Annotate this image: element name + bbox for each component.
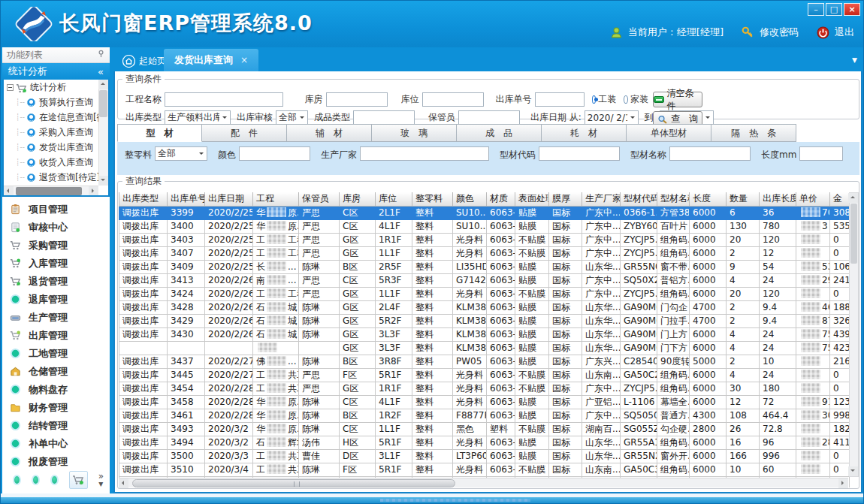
table-row[interactable]: 调拨出库34032020/2/25工工程严思G区1R1F整料光身料6063-T5… bbox=[119, 233, 850, 246]
table-row[interactable]: 调拨出库34932020/3/2华原...陈琳C区1L1F整料黑色塑料不贴膜国标… bbox=[119, 422, 850, 436]
sidebar-item-项目管理[interactable]: 项目管理 bbox=[2, 201, 110, 219]
column-header[interactable]: 出库类型 bbox=[119, 192, 168, 206]
location-input[interactable] bbox=[422, 92, 484, 107]
column-header[interactable]: 工程 bbox=[253, 192, 299, 206]
tree-item[interactable]: ┊--发货出库查询 bbox=[4, 140, 98, 155]
column-header[interactable]: 出库长度 bbox=[760, 192, 796, 206]
sidebar-item-审核中心[interactable]: 审核中心 bbox=[2, 219, 110, 237]
scroll-right-arrow[interactable] bbox=[838, 478, 848, 488]
close-button[interactable]: × bbox=[844, 3, 860, 16]
table-row[interactable]: 调拨出库34072020/2/25工工程严思G区1L1F整料光身料6063-T5… bbox=[119, 246, 850, 260]
column-header[interactable]: 出库单号 bbox=[168, 192, 205, 206]
material-tab-5[interactable]: 成 品 bbox=[457, 124, 542, 142]
material-tab-3[interactable]: 辅 材 bbox=[287, 124, 372, 142]
tree-item[interactable]: ┊--预算执行查询 bbox=[4, 95, 98, 110]
scroll-thumb[interactable] bbox=[99, 90, 107, 117]
table-row[interactable]: 调拨出库34612020/2/28华原...陈琳B区1R2F整料F8877FT6… bbox=[119, 409, 850, 422]
material-tab-2[interactable]: 配 件 bbox=[202, 124, 287, 142]
sidebar-item-退货管理[interactable]: 退货管理 bbox=[2, 273, 110, 291]
color-input[interactable] bbox=[239, 146, 310, 161]
column-header[interactable]: 单价 bbox=[796, 192, 830, 206]
scroll-left-arrow[interactable] bbox=[4, 186, 14, 196]
sidebar-group-header[interactable]: 统计分析 « bbox=[2, 63, 110, 80]
order-no-input[interactable] bbox=[535, 92, 585, 107]
dot-icon[interactable] bbox=[13, 475, 21, 485]
tab-shipping-outbound-query[interactable]: 发货出库查询 × bbox=[164, 49, 258, 71]
tree-item[interactable]: ┊--退货查询[待定] bbox=[4, 170, 98, 185]
table-row[interactable]: 调拨出库34292020/2/26石城陈琳G区5R2F整料KLM38176063… bbox=[119, 314, 850, 327]
tree-collapse-box[interactable] bbox=[7, 84, 14, 91]
whole-part-select[interactable]: 全部 bbox=[155, 146, 207, 161]
column-header[interactable]: 库房 bbox=[340, 192, 376, 206]
tab-close-icon[interactable]: × bbox=[240, 55, 248, 65]
warehouse-input[interactable] bbox=[326, 92, 388, 107]
scroll-right-arrow[interactable] bbox=[89, 186, 98, 196]
dot-icon[interactable] bbox=[50, 475, 59, 485]
sidebar-item-补单中心[interactable]: 补单中心 bbox=[2, 435, 110, 453]
table-row[interactable]: G区3L3F整料KLM38176063-T5贴膜国标山东华...GA90M09.… bbox=[119, 341, 850, 355]
scroll-down-arrow[interactable] bbox=[98, 176, 108, 186]
table-row[interactable]: 调拨出库35002020/3/3工共工程曹佳D区3L1F整料LT3P606063… bbox=[119, 449, 850, 463]
table-row[interactable]: 调拨出库34282020/2/26石城陈琳G区2L4F整料KLM38176063… bbox=[119, 300, 850, 314]
maximize-button[interactable]: □ bbox=[826, 3, 842, 16]
project-name-input[interactable] bbox=[165, 92, 283, 107]
sidebar-item-工地管理[interactable]: 工地管理 bbox=[2, 345, 110, 363]
tree-item[interactable]: ┊--收货入库查询 bbox=[4, 155, 98, 170]
material-tab-6[interactable]: 耗 材 bbox=[542, 124, 627, 142]
table-row[interactable]: 调拨出库34092020/2/25长...陈琳B区2R5F整料LI35HD606… bbox=[119, 260, 850, 273]
column-header[interactable]: 型材名称 bbox=[657, 192, 690, 206]
column-header[interactable]: 颜色 bbox=[453, 192, 487, 206]
table-row[interactable]: 调拨出库34942020/3/2石辉城汤伟H区5R1F整料光身料6063-T5贴… bbox=[119, 436, 850, 449]
change-password-link[interactable]: 修改密码 bbox=[760, 26, 799, 39]
material-tab-7[interactable]: 单体型材 bbox=[627, 124, 711, 142]
column-header[interactable]: 保管员 bbox=[299, 192, 340, 206]
sidebar-item-入库管理[interactable]: 入库管理 bbox=[2, 255, 110, 273]
column-header[interactable]: 生产厂家 bbox=[582, 192, 621, 206]
tab-overflow-icon[interactable]: ▼ bbox=[852, 56, 857, 64]
sidebar-item-生产管理[interactable]: 生产管理 bbox=[2, 309, 110, 327]
profile-name-input[interactable] bbox=[669, 146, 751, 161]
sidebar-item-物料盘存[interactable]: 物料盘存 bbox=[2, 381, 110, 399]
tree-item[interactable]: ┊--采购入库查询 bbox=[4, 125, 98, 140]
logout-link[interactable]: 退出 bbox=[835, 26, 854, 39]
product-type-input[interactable] bbox=[353, 110, 415, 125]
keeper-input[interactable] bbox=[458, 110, 520, 125]
scroll-down-arrow[interactable] bbox=[848, 466, 858, 476]
column-header[interactable]: 型材代码 bbox=[621, 192, 657, 206]
clear-conditions-button[interactable]: 清空条件 bbox=[653, 92, 702, 107]
table-row[interactable]: 调拨出库34542020/2/28工共工程严思G区1R1F整料光身料6063-T… bbox=[119, 382, 850, 395]
sidebar-item-仓储管理[interactable]: 仓储管理 bbox=[2, 363, 110, 381]
scroll-thumb[interactable] bbox=[850, 204, 857, 264]
table-horizontal-scrollbar[interactable] bbox=[119, 478, 848, 487]
date-from-picker[interactable]: 2020/ 2/16 bbox=[585, 110, 639, 125]
cart-shortcut-button[interactable] bbox=[69, 471, 88, 489]
scroll-up-arrow[interactable] bbox=[848, 193, 858, 203]
column-header[interactable]: 数量 bbox=[727, 192, 760, 206]
scroll-thumb[interactable] bbox=[16, 187, 82, 195]
table-row[interactable]: 调拨出库35102020/3/4工共工程陈琳F区5R1F整料光身料6063-T5… bbox=[119, 463, 850, 476]
manufacturer-input[interactable] bbox=[360, 146, 489, 161]
sidebar-item-出库管理[interactable]: 出库管理 bbox=[2, 327, 110, 345]
table-row[interactable]: 调拨出库34242020/2/26工工程严思G区1L1F整料光身料6063-T5… bbox=[119, 287, 850, 300]
profile-code-input[interactable] bbox=[539, 146, 620, 161]
material-tab-4[interactable]: 玻 璃 bbox=[372, 124, 457, 142]
tree-root-statistics[interactable]: 统计分析 bbox=[4, 80, 98, 95]
column-header[interactable]: 长度 bbox=[690, 192, 727, 206]
column-header[interactable]: 金 bbox=[830, 192, 850, 206]
table-vertical-scrollbar[interactable] bbox=[849, 192, 859, 477]
column-header[interactable]: 出库日期 bbox=[205, 192, 253, 206]
scroll-thumb[interactable] bbox=[132, 479, 455, 487]
radio-industrial[interactable] bbox=[592, 95, 597, 104]
scroll-up-arrow[interactable] bbox=[98, 80, 108, 89]
more-chevron[interactable]: »▾ bbox=[98, 472, 104, 487]
table-row[interactable]: 调拨出库33992020/2/25华原...严思C区2L1F整料SU10...6… bbox=[119, 206, 850, 219]
table-row[interactable]: 调拨出库34002020/2/25华原...严思C区4L1F整料SU10...6… bbox=[119, 219, 850, 233]
table-row[interactable]: 调拨出库34452020/2/27工共工程严思F区5R1F整料光身料6063-T… bbox=[119, 368, 850, 382]
material-tab-8[interactable]: 隔 热 条 bbox=[711, 124, 796, 142]
table-row[interactable]: 调拨出库34132020/2/26南...严思C区5R3F整料G71422606… bbox=[119, 273, 850, 287]
column-header[interactable]: 膜厚 bbox=[549, 192, 582, 206]
dot-icon[interactable] bbox=[32, 475, 40, 485]
sidebar-item-退库管理[interactable]: 退库管理 bbox=[2, 291, 110, 309]
table-row[interactable]: 调拨出库34302020/2/26石城陈琳G区3L3F整料KLM38176063… bbox=[119, 327, 850, 341]
collapse-icon[interactable]: « bbox=[98, 66, 104, 77]
